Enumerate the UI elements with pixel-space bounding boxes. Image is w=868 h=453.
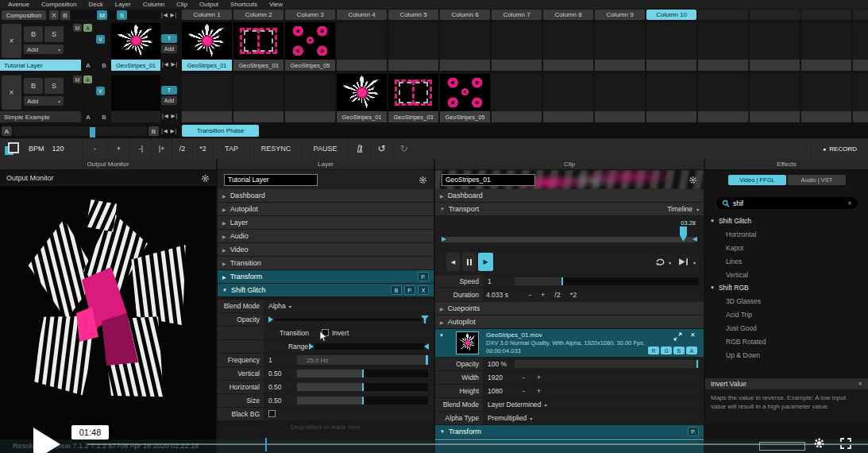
collapse-arrow-icon[interactable]: ▶ <box>222 261 226 266</box>
layer-section-row[interactable]: ▶Layer <box>218 216 434 229</box>
loop-out-icon[interactable] <box>692 237 697 242</box>
gear-icon[interactable] <box>419 176 427 184</box>
remove-file-icon[interactable]: ✕ <box>690 331 696 339</box>
layer-m-button[interactable]: M <box>73 24 82 32</box>
effect-preset[interactable]: Horizontal <box>705 227 868 241</box>
menu-item[interactable]: Deck <box>88 1 102 8</box>
param-slider[interactable] <box>297 383 428 391</box>
param-value[interactable]: 1 <box>268 354 272 366</box>
clip-cell[interactable] <box>750 22 800 71</box>
collapse-arrow-icon[interactable]: ▶ <box>222 234 226 239</box>
menu-item[interactable]: Clip <box>176 1 187 8</box>
clip-cell[interactable] <box>801 74 851 122</box>
master-fader-track[interactable] <box>71 11 160 19</box>
expand-arrow-icon[interactable]: ▼ <box>710 219 715 223</box>
gear-icon[interactable] <box>201 174 210 183</box>
layer-transform-section[interactable]: ▶ Transform P. <box>218 270 434 283</box>
param-value[interactable]: 0.50 <box>268 381 282 393</box>
duration-button[interactable]: + <box>541 291 545 299</box>
clip-cell[interactable]: GeoStripes_01 <box>337 74 387 122</box>
crossfader-skip-icons[interactable]: |◀ ▶| <box>161 128 177 134</box>
composition-button[interactable]: Composition <box>2 10 46 20</box>
clip-cell[interactable] <box>698 22 748 71</box>
layer-skip-buttons[interactable]: |◀ ▶| <box>162 61 178 68</box>
transition-phase-button[interactable]: Transition Phase <box>182 125 259 137</box>
layer-blend-dropdown[interactable]: Add▾ <box>24 96 64 106</box>
opacity-slider[interactable] <box>275 319 421 321</box>
cuepoints-section[interactable]: ▶Cuepoints <box>435 302 704 315</box>
column-header[interactable]: Column 3 <box>285 10 335 20</box>
layer-a-button[interactable]: A <box>83 76 92 83</box>
search-query[interactable]: shif <box>733 199 743 207</box>
slider-handle[interactable] <box>696 360 698 368</box>
menu-item[interactable]: Avenue <box>8 1 29 8</box>
param-value[interactable]: 0.50 <box>268 394 282 407</box>
menu-item[interactable]: Shortcuts <box>230 1 257 8</box>
master-button[interactable]: M <box>97 10 107 20</box>
layer-name[interactable]: Simple Example <box>0 111 81 122</box>
duration-value[interactable]: 4.033 s <box>486 288 508 301</box>
crossfader-a-button[interactable]: A <box>2 126 12 136</box>
clip-cell[interactable] <box>337 22 387 71</box>
effect-preset[interactable]: Vertical <box>705 268 868 281</box>
collapse-arrow-icon[interactable]: ▶ <box>222 193 226 199</box>
column-header[interactable]: Column 2 <box>233 10 284 20</box>
slider-handle[interactable] <box>362 370 364 378</box>
crossfader-track[interactable] <box>14 126 147 136</box>
clip-cell[interactable]: GeoStripes_05 <box>285 22 335 71</box>
effect-preset[interactable]: Just Good <box>705 321 868 335</box>
layer-section-row[interactable]: ▶Video <box>218 243 434 256</box>
remove-effect-button[interactable]: X <box>418 285 429 295</box>
shift-glitch-section[interactable]: ▼ Shift Glitch B P. X <box>218 284 434 296</box>
clip-cell[interactable] <box>698 74 748 122</box>
decrement-button[interactable]: - <box>523 371 525 384</box>
composition-bypass-button[interactable]: B <box>60 10 70 20</box>
clip-cell[interactable]: GeoStripes_05 <box>440 74 490 122</box>
toolbar-button[interactable]: + <box>106 138 130 160</box>
bypass-effect-button[interactable]: B <box>391 285 402 295</box>
composition-close-button[interactable]: X <box>49 10 59 20</box>
column-header[interactable]: Column 1 <box>182 10 232 20</box>
column-header[interactable]: Column 9 <box>595 10 645 20</box>
record-button[interactable]: ● RECORD <box>811 138 868 160</box>
player-settings-icon[interactable] <box>813 437 825 449</box>
layer-bypass-button[interactable]: B <box>24 26 43 42</box>
redo-button[interactable]: ↻ <box>392 138 415 160</box>
layer-panel-tab[interactable]: Layer <box>218 159 434 169</box>
layer-t-button[interactable]: T <box>161 86 177 95</box>
clip-cell[interactable] <box>543 74 593 122</box>
layer-name-input[interactable]: Tutorial Layer <box>224 174 318 186</box>
channel-button[interactable]: G <box>661 347 672 354</box>
param-value[interactable]: 100 % <box>488 358 507 370</box>
clip-name-input[interactable]: GeoStripes_01 <box>442 174 535 186</box>
column-header[interactable]: Column 10 <box>646 10 696 20</box>
layer-close-button[interactable]: × <box>2 24 21 58</box>
layer-section-row[interactable]: ▶Dashboard <box>218 189 434 202</box>
clip-transport-section[interactable]: ▼Transport Timeline ▾ <box>435 203 704 215</box>
clip-dashboard-section[interactable]: ▶Dashboard <box>435 189 704 202</box>
layer-v-button[interactable]: V <box>96 35 105 44</box>
toolbar-button[interactable]: PAUSE <box>302 138 348 160</box>
clip-cell[interactable]: GeoStripes_03 <box>388 74 438 122</box>
effect-preset[interactable]: RGB Rotated <box>705 335 868 348</box>
slider-handle[interactable] <box>561 277 563 285</box>
layer-solo-button[interactable]: S <box>44 26 64 42</box>
layer-section-row[interactable]: ▶Audio <box>218 230 434 242</box>
column-header[interactable]: Column 7 <box>492 10 542 20</box>
clip-cell[interactable] <box>543 22 593 71</box>
collapse-arrow-icon[interactable]: ▶ <box>222 207 226 212</box>
player-play-button[interactable] <box>33 428 60 453</box>
effect-preset[interactable]: 3D Glasses <box>705 294 868 308</box>
expand-arrow-icon[interactable]: ▼ <box>222 288 227 292</box>
effect-preset[interactable]: Lines <box>705 254 868 268</box>
toolbar-button[interactable]: TAP <box>213 138 249 160</box>
timeline-scrubber[interactable] <box>442 237 697 242</box>
clip-cell[interactable] <box>646 22 696 71</box>
collapse-arrow-icon[interactable]: ▶ <box>222 247 226 253</box>
param-value[interactable]: 1 <box>488 275 492 288</box>
transform-p-button[interactable]: P. <box>418 272 429 281</box>
layer-m-button[interactable]: M <box>73 76 82 83</box>
layer-close-button[interactable]: × <box>2 76 21 110</box>
close-icon[interactable]: ✕ <box>858 381 862 387</box>
layer-add-button[interactable]: Add <box>161 45 177 53</box>
